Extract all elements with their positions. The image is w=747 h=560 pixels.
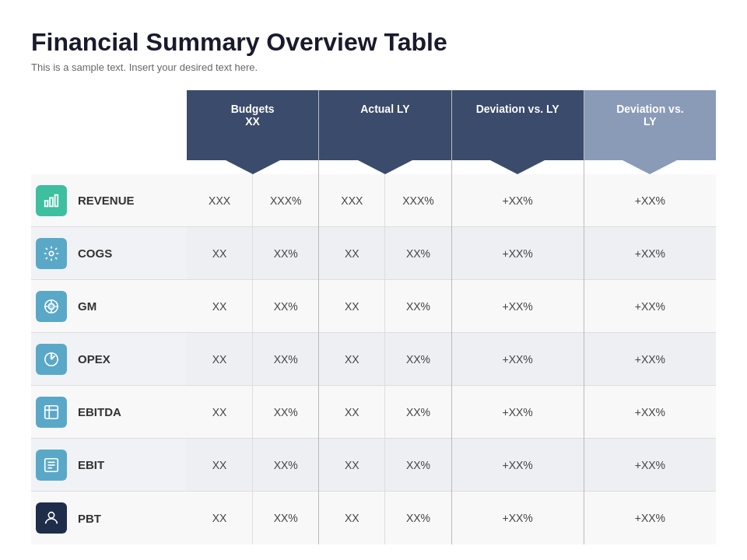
cell-ebitda-actual_ly-pct: XX% <box>385 386 451 439</box>
pbt-label: PBT <box>72 512 101 525</box>
cogs-icon-wrapper <box>31 227 72 280</box>
cell-revenue-dev_ly2-pct: +XX% <box>584 174 716 227</box>
sub-cols-budgets: XXXXXXXXXXXXXXXXXX%XX%XX%XX%XX%XX%XX% <box>187 174 318 544</box>
ebit-icon <box>36 450 67 481</box>
cell-ebit-budgets-value: XX <box>187 439 252 492</box>
cell-pbt-budgets-value: XX <box>187 492 252 544</box>
cell-ebit-dev_ly2-pct: +XX% <box>584 439 716 492</box>
col-group-dev_ly2: Deviation vs.LY+XX%+XX%+XX%+XX%+XX%+XX%+… <box>584 90 716 544</box>
cell-gm-actual_ly-value: XX <box>319 280 384 333</box>
arrow-spacer <box>31 160 187 174</box>
label-row-revenue: REVENUE <box>31 174 187 227</box>
cell-gm-dev_ly-pct: +XX% <box>452 280 584 333</box>
sub-col-budgets-pct: XXX%XX%XX%XX%XX%XX%XX% <box>253 174 318 544</box>
cell-ebitda-dev_ly-pct: +XX% <box>452 386 584 439</box>
svg-point-14 <box>48 513 54 518</box>
svg-point-5 <box>48 303 54 309</box>
cell-pbt-dev_ly2-pct: +XX% <box>584 492 716 544</box>
ebitda-icon <box>36 397 67 428</box>
label-row-ebit: EBIT <box>31 439 187 492</box>
svg-rect-7 <box>45 405 58 418</box>
sub-cols-dev_ly2: +XX%+XX%+XX%+XX%+XX%+XX%+XX% <box>584 174 716 544</box>
financial-table: REVENUECOGSGMOPEXEBITDAEBITPBT BudgetsXX… <box>31 90 716 544</box>
label-row-cogs: COGS <box>31 227 187 280</box>
cell-ebit-dev_ly-pct: +XX% <box>452 439 584 492</box>
cell-revenue-actual_ly-value: XXX <box>319 174 384 227</box>
svg-rect-2 <box>55 194 58 206</box>
label-row-gm: GM <box>31 280 187 333</box>
cell-gm-dev_ly2-pct: +XX% <box>584 280 716 333</box>
cell-cogs-actual_ly-value: XX <box>319 227 384 280</box>
ebitda-label: EBITDA <box>72 405 121 418</box>
opex-icon-wrapper <box>31 333 72 386</box>
cell-ebit-budgets-pct: XX% <box>253 439 318 492</box>
cell-ebitda-budgets-value: XX <box>187 386 252 439</box>
sub-cols-dev_ly: +XX%+XX%+XX%+XX%+XX%+XX%+XX% <box>452 174 584 544</box>
cell-pbt-actual_ly-value: XX <box>319 492 384 544</box>
cell-cogs-actual_ly-pct: XX% <box>385 227 451 280</box>
sub-col-actual_ly-pct: XXX%XX%XX%XX%XX%XX%XX% <box>385 174 451 544</box>
cell-opex-budgets-value: XX <box>187 333 252 386</box>
cogs-label: COGS <box>72 247 112 260</box>
pbt-icon <box>36 502 67 534</box>
opex-icon <box>36 344 67 375</box>
sub-col-dev_ly-pct: +XX%+XX%+XX%+XX%+XX%+XX%+XX% <box>452 174 584 544</box>
page-subtitle: This is a sample text. Insert your desir… <box>31 61 716 73</box>
svg-rect-0 <box>45 201 48 206</box>
cell-ebit-actual_ly-pct: XX% <box>385 439 451 492</box>
sub-col-budgets-value: XXXXXXXXXXXXXXX <box>187 174 253 544</box>
svg-point-3 <box>49 251 54 256</box>
cell-cogs-dev_ly2-pct: +XX% <box>584 227 716 280</box>
cell-cogs-budgets-value: XX <box>187 227 252 280</box>
cell-opex-actual_ly-value: XX <box>319 333 384 386</box>
col-header-actual_ly: Actual LY <box>319 90 451 160</box>
cell-opex-dev_ly-pct: +XX% <box>452 333 584 386</box>
label-row-pbt: PBT <box>31 492 187 544</box>
cell-ebit-actual_ly-value: XX <box>319 439 384 492</box>
label-row-ebitda: EBITDA <box>31 386 187 439</box>
cell-revenue-dev_ly-pct: +XX% <box>452 174 584 227</box>
pbt-icon-wrapper <box>31 492 72 544</box>
gm-icon <box>36 291 67 322</box>
sub-col-dev_ly2-pct: +XX%+XX%+XX%+XX%+XX%+XX%+XX% <box>584 174 716 544</box>
label-column: REVENUECOGSGMOPEXEBITDAEBITPBT <box>31 90 187 544</box>
cogs-icon <box>36 238 67 269</box>
data-columns: BudgetsXXXXXXXXXXXXXXXXXXXX%XX%XX%XX%XX%… <box>187 90 716 544</box>
gm-icon-wrapper <box>31 280 72 333</box>
gm-label: GM <box>72 299 96 313</box>
cell-revenue-actual_ly-pct: XXX% <box>385 174 451 227</box>
page-title: Financial Summary Overview Table <box>31 28 716 57</box>
label-header-spacer <box>31 90 187 160</box>
revenue-icon <box>36 185 67 216</box>
cell-gm-budgets-pct: XX% <box>253 280 318 333</box>
col-group-budgets: BudgetsXXXXXXXXXXXXXXXXXXXX%XX%XX%XX%XX%… <box>187 90 319 544</box>
opex-label: OPEX <box>72 352 110 366</box>
cell-ebitda-actual_ly-value: XX <box>319 386 384 439</box>
label-row-opex: OPEX <box>31 333 187 386</box>
cell-gm-actual_ly-pct: XX% <box>385 280 451 333</box>
cell-pbt-actual_ly-pct: XX% <box>385 492 451 544</box>
col-header-dev_ly2: Deviation vs.LY <box>584 90 716 160</box>
cell-opex-budgets-pct: XX% <box>253 333 318 386</box>
ebitda-icon-wrapper <box>31 386 72 439</box>
sub-cols-actual_ly: XXXXXXXXXXXXXXXXXX%XX%XX%XX%XX%XX%XX% <box>319 174 451 544</box>
ebit-icon-wrapper <box>31 439 72 492</box>
cell-ebitda-budgets-pct: XX% <box>253 386 318 439</box>
cell-revenue-budgets-pct: XXX% <box>253 174 318 227</box>
cell-cogs-dev_ly-pct: +XX% <box>452 227 584 280</box>
cell-opex-dev_ly2-pct: +XX% <box>584 333 716 386</box>
cell-revenue-budgets-value: XXX <box>187 174 252 227</box>
cell-cogs-budgets-pct: XX% <box>253 227 318 280</box>
col-header-dev_ly: Deviation vs. LY <box>452 90 584 160</box>
cell-pbt-budgets-pct: XX% <box>253 492 318 544</box>
revenue-label: REVENUE <box>72 194 135 207</box>
cell-gm-budgets-value: XX <box>187 280 252 333</box>
cell-pbt-dev_ly-pct: +XX% <box>452 492 584 544</box>
cell-ebitda-dev_ly2-pct: +XX% <box>584 386 716 439</box>
col-header-budgets: BudgetsXX <box>187 90 318 160</box>
svg-rect-1 <box>50 198 53 206</box>
slide: Financial Summary Overview Table This is… <box>0 0 747 560</box>
col-group-actual_ly: Actual LYXXXXXXXXXXXXXXXXXX%XX%XX%XX%XX%… <box>319 90 451 544</box>
ebit-label: EBIT <box>72 458 104 471</box>
cell-opex-actual_ly-pct: XX% <box>385 333 451 386</box>
